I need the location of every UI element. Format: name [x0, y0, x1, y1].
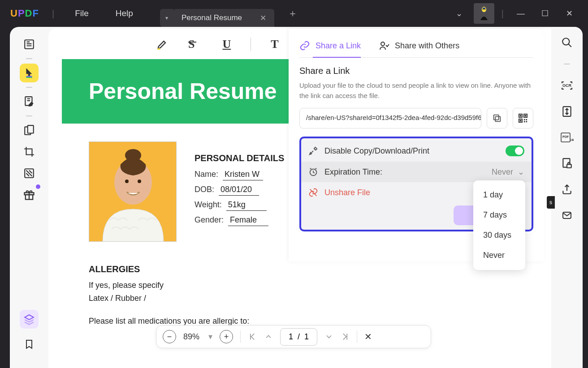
convert-icon[interactable] — [560, 105, 574, 118]
window-maximize-button[interactable]: ☐ — [535, 4, 555, 22]
document-tab[interactable]: Personal Resume ✕ — [173, 9, 274, 27]
share-link-tab[interactable]: Share a Link — [299, 40, 361, 51]
doc-title: Personal Resume — [89, 78, 277, 104]
protect-icon[interactable] — [560, 157, 574, 170]
menu-file[interactable]: File — [75, 9, 89, 18]
crop-icon[interactable] — [20, 142, 39, 161]
unlink-icon — [308, 188, 318, 197]
bookmark-icon[interactable] — [20, 335, 39, 354]
svg-text:OCR: OCR — [562, 83, 572, 88]
expiration-option[interactable]: 1 day — [473, 185, 525, 205]
first-page-button[interactable] — [248, 332, 257, 341]
tools-icon — [308, 146, 318, 156]
new-tab-button[interactable]: ＋ — [288, 7, 298, 20]
section-heading: ALLERGIES — [89, 264, 471, 274]
highlighter-icon[interactable] — [156, 38, 169, 51]
reader-mode-icon[interactable] — [20, 35, 39, 54]
comment-mode-icon[interactable] — [20, 64, 39, 82]
prev-page-button[interactable] — [264, 332, 273, 341]
share-url-field[interactable]: /share/en-US?shareId=0f1342f5-2dea-4fed-… — [299, 108, 481, 128]
tab-close-icon[interactable]: ✕ — [260, 13, 266, 23]
user-avatar[interactable] — [474, 3, 494, 24]
next-page-button[interactable] — [324, 332, 333, 341]
svg-rect-29 — [524, 121, 525, 122]
pdfa-icon[interactable]: PDF/A — [560, 131, 574, 144]
page-navigation-bar: − 89%▾ + 1 / 1 ✕ — [156, 325, 431, 348]
last-page-button[interactable] — [341, 332, 350, 341]
qr-code-button[interactable] — [513, 108, 533, 128]
zoom-out-button[interactable]: − — [163, 330, 176, 343]
app-logo: UPDF — [0, 8, 49, 19]
divider — [240, 330, 241, 343]
copy-link-button[interactable] — [487, 108, 507, 128]
page-indicator[interactable]: 1 / 1 — [280, 328, 317, 346]
expiration-dropdown: 1 day 7 days 30 days Never — [473, 180, 525, 270]
expiration-option[interactable]: Never — [473, 245, 525, 265]
people-icon — [379, 40, 389, 51]
menu-help[interactable]: Help — [116, 9, 133, 18]
divider: | — [52, 9, 54, 19]
share-options-box: Disable Copy/Download/Print Expiration T… — [299, 137, 533, 231]
clock-icon — [308, 167, 318, 177]
svg-text:/A: /A — [571, 138, 574, 142]
search-icon[interactable] — [560, 36, 574, 49]
edit-mode-icon[interactable] — [20, 92, 39, 111]
svg-rect-27 — [524, 119, 525, 120]
ocr-icon[interactable]: OCR — [560, 79, 574, 92]
email-icon[interactable] — [560, 209, 574, 222]
divider — [251, 38, 251, 51]
export-icon[interactable] — [560, 183, 574, 196]
zoom-level: 89% — [183, 332, 199, 342]
svg-rect-39 — [567, 164, 571, 168]
svg-point-16 — [125, 180, 129, 183]
svg-rect-24 — [520, 115, 522, 117]
svg-point-18 — [381, 42, 385, 46]
close-nav-button[interactable]: ✕ — [364, 331, 372, 342]
divider — [26, 58, 32, 59]
left-sidebar — [10, 27, 48, 368]
divider — [357, 330, 357, 343]
gift-icon[interactable] — [20, 185, 39, 204]
zoom-in-button[interactable]: + — [220, 330, 233, 343]
field-label: DOB: — [195, 185, 214, 194]
svg-rect-30 — [526, 121, 527, 122]
divider — [26, 87, 32, 88]
title-bar: UPDF | File Help ▾ Personal Resume ✕ ＋ ⌄… — [0, 0, 588, 27]
panel-title: Share a Link — [299, 66, 533, 76]
divider — [564, 64, 570, 64]
svg-rect-25 — [525, 115, 527, 117]
disable-copy-toggle[interactable] — [506, 145, 524, 156]
svg-point-0 — [482, 7, 486, 12]
field-value: 51kg — [226, 200, 267, 211]
window-close-button[interactable]: ✕ — [559, 4, 579, 22]
main-menu: File Help — [75, 9, 133, 18]
underline-icon[interactable]: U — [222, 38, 231, 51]
expiration-row[interactable]: Expiration Time: Never ⌄ — [301, 162, 532, 182]
expiration-value: Never — [492, 167, 513, 177]
strikethrough-icon[interactable]: S — [188, 38, 203, 51]
panel-description: Upload your file to the cloud to send pe… — [299, 81, 533, 101]
chevron-down-icon[interactable]: ⌄ — [450, 4, 469, 22]
svg-rect-1 — [483, 8, 485, 9]
field-label: Weight: — [195, 200, 222, 210]
share-others-tab[interactable]: Share with Others — [379, 40, 459, 51]
field-value: Kristen W — [223, 170, 263, 180]
expiration-option[interactable]: 7 days — [473, 205, 525, 225]
svg-rect-20 — [494, 115, 499, 120]
workspace: S U T Personal Resume — [10, 27, 583, 368]
link-icon — [299, 40, 310, 51]
disable-copy-row: Disable Copy/Download/Print — [301, 140, 532, 162]
organize-pages-icon[interactable] — [20, 121, 39, 140]
zoom-dropdown-icon[interactable]: ▾ — [208, 332, 212, 342]
text-icon[interactable]: T — [271, 38, 278, 51]
share-flyout-tab[interactable]: s — [547, 196, 555, 209]
svg-point-2 — [483, 9, 484, 10]
redact-icon[interactable] — [20, 164, 39, 183]
layers-icon[interactable] — [20, 310, 39, 329]
window-minimize-button[interactable]: — — [511, 4, 531, 22]
expiration-option[interactable]: 30 days — [473, 225, 525, 245]
tab-list-dropdown[interactable]: ▾ — [160, 9, 173, 27]
divider — [26, 116, 32, 116]
annotation-toolbar: S U T — [156, 38, 279, 51]
tab-strip: ▾ Personal Resume ✕ ＋ — [160, 0, 298, 27]
